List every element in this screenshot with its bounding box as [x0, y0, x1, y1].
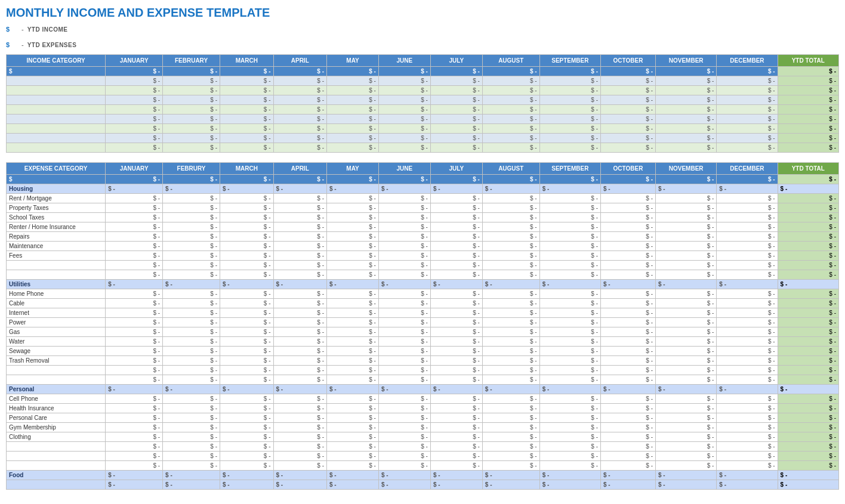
income-cell[interactable]: $ - — [656, 76, 717, 86]
expense-month-cell[interactable]: $ - — [273, 203, 327, 213]
expense-month-cell[interactable]: $ - — [600, 394, 655, 404]
income-cell[interactable]: $ - — [106, 134, 163, 143]
expense-month-cell[interactable]: $ - — [327, 270, 379, 280]
expense-month-cell[interactable]: $ - — [539, 203, 600, 213]
income-cell[interactable]: $ - — [600, 95, 655, 105]
expense-month-cell[interactable]: $ - — [656, 471, 717, 480]
expense-month-cell[interactable]: $ - — [482, 222, 539, 232]
expense-month-cell[interactable]: $ - — [539, 261, 600, 270]
expense-month-cell[interactable]: $ - — [482, 366, 539, 375]
expense-month-cell[interactable]: $ - — [327, 318, 379, 327]
expense-month-cell[interactable]: $ - — [163, 299, 220, 308]
expense-month-cell[interactable]: $ - — [717, 442, 778, 452]
expense-month-cell[interactable]: $ - — [220, 327, 274, 337]
income-cell[interactable]: $ - — [220, 86, 274, 95]
income-cell[interactable]: $ - — [106, 76, 163, 86]
expense-month-cell[interactable]: $ - — [482, 280, 539, 289]
expense-item-label[interactable]: Renter / Home Insurance — [7, 222, 106, 232]
income-cell[interactable]: $ - — [163, 86, 220, 95]
expense-month-cell[interactable]: $ - — [378, 318, 430, 327]
expense-month-cell[interactable]: $ - — [600, 213, 655, 222]
expense-month-cell[interactable]: $ - — [539, 404, 600, 413]
expense-item-label[interactable]: Gym Membership — [7, 423, 106, 432]
expense-month-cell[interactable]: $ - — [717, 261, 778, 270]
expense-month-cell[interactable]: $ - — [717, 318, 778, 327]
expense-month-cell[interactable]: $ - — [430, 413, 482, 423]
income-row-label[interactable] — [7, 143, 106, 153]
income-cell[interactable]: $ - — [220, 105, 274, 115]
income-cell[interactable]: $ - — [273, 86, 327, 95]
income-cell[interactable]: $ - — [163, 124, 220, 134]
expense-month-cell[interactable]: $ - — [539, 480, 600, 490]
expense-month-cell[interactable]: $ - — [656, 203, 717, 213]
expense-month-cell[interactable]: $ - — [600, 308, 655, 318]
expense-item-label[interactable]: Fees — [7, 251, 106, 261]
income-cell[interactable]: $ - — [327, 76, 379, 86]
expense-month-cell[interactable]: $ - — [539, 394, 600, 404]
expense-month-cell[interactable]: $ - — [327, 232, 379, 242]
expense-month-cell[interactable]: $ - — [220, 308, 274, 318]
expense-month-cell[interactable]: $ - — [106, 184, 163, 194]
expense-month-cell[interactable]: $ - — [539, 356, 600, 366]
expense-month-cell[interactable]: $ - — [717, 222, 778, 232]
expense-month-cell[interactable]: $ - — [378, 366, 430, 375]
expense-month-cell[interactable]: $ - — [378, 404, 430, 413]
expense-month-cell[interactable]: $ - — [539, 289, 600, 299]
expense-month-cell[interactable]: $ - — [430, 289, 482, 299]
expense-item-label[interactable]: Cell Phone — [7, 394, 106, 404]
expense-month-cell[interactable]: $ - — [220, 203, 274, 213]
income-cell[interactable]: $ - — [539, 105, 600, 115]
expense-month-cell[interactable]: $ - — [163, 423, 220, 432]
expense-item-label[interactable]: Power — [7, 318, 106, 327]
expense-month-cell[interactable]: $ - — [656, 289, 717, 299]
expense-item-label[interactable]: Maintenance — [7, 242, 106, 251]
expense-month-cell[interactable]: $ - — [656, 452, 717, 461]
income-cell[interactable]: $ - — [273, 124, 327, 134]
expense-month-cell[interactable]: $ - — [656, 242, 717, 251]
expense-month-cell[interactable]: $ - — [273, 356, 327, 366]
expense-month-cell[interactable]: $ - — [717, 280, 778, 289]
expense-month-cell[interactable]: $ - — [717, 461, 778, 471]
expense-month-cell[interactable]: $ - — [656, 270, 717, 280]
expense-month-cell[interactable]: $ - — [273, 471, 327, 480]
expense-month-cell[interactable]: $ - — [430, 308, 482, 318]
expense-month-cell[interactable]: $ - — [163, 480, 220, 490]
expense-month-cell[interactable]: $ - — [378, 280, 430, 289]
expense-month-cell[interactable]: $ - — [600, 337, 655, 347]
expense-month-cell[interactable]: $ - — [430, 347, 482, 356]
expense-month-cell[interactable]: $ - — [717, 184, 778, 194]
expense-month-cell[interactable]: $ - — [430, 280, 482, 289]
expense-month-cell[interactable]: $ - — [600, 413, 655, 423]
expense-month-cell[interactable]: $ - — [378, 222, 430, 232]
expense-month-cell[interactable]: $ - — [220, 366, 274, 375]
expense-month-cell[interactable]: $ - — [539, 242, 600, 251]
expense-month-cell[interactable]: $ - — [717, 385, 778, 394]
expense-month-cell[interactable]: $ - — [327, 242, 379, 251]
income-cell[interactable]: $ - — [600, 76, 655, 86]
expense-month-cell[interactable]: $ - — [482, 413, 539, 423]
expense-month-cell[interactable]: $ - — [106, 327, 163, 337]
expense-month-cell[interactable]: $ - — [600, 480, 655, 490]
expense-month-cell[interactable]: $ - — [482, 242, 539, 251]
expense-month-cell[interactable]: $ - — [600, 251, 655, 261]
expense-month-cell[interactable]: $ - — [378, 471, 430, 480]
expense-month-cell[interactable]: $ - — [273, 242, 327, 251]
expense-month-cell[interactable]: $ - — [482, 432, 539, 442]
expense-month-cell[interactable]: $ - — [430, 423, 482, 432]
expense-month-cell[interactable]: $ - — [656, 222, 717, 232]
income-cell[interactable]: $ - — [656, 124, 717, 134]
income-cell[interactable]: $ - — [656, 105, 717, 115]
expense-month-cell[interactable]: $ - — [482, 327, 539, 337]
expense-month-cell[interactable]: $ - — [220, 404, 274, 413]
expense-month-cell[interactable]: $ - — [430, 356, 482, 366]
expense-month-cell[interactable]: $ - — [378, 194, 430, 203]
expense-month-cell[interactable]: $ - — [656, 480, 717, 490]
expense-month-cell[interactable]: $ - — [539, 270, 600, 280]
expense-month-cell[interactable]: $ - — [273, 251, 327, 261]
expense-month-cell[interactable]: $ - — [717, 337, 778, 347]
expense-month-cell[interactable]: $ - — [378, 423, 430, 432]
expense-month-cell[interactable]: $ - — [273, 261, 327, 270]
expense-item-label[interactable]: Rent / Mortgage — [7, 194, 106, 203]
expense-month-cell[interactable]: $ - — [273, 452, 327, 461]
expense-month-cell[interactable]: $ - — [163, 366, 220, 375]
